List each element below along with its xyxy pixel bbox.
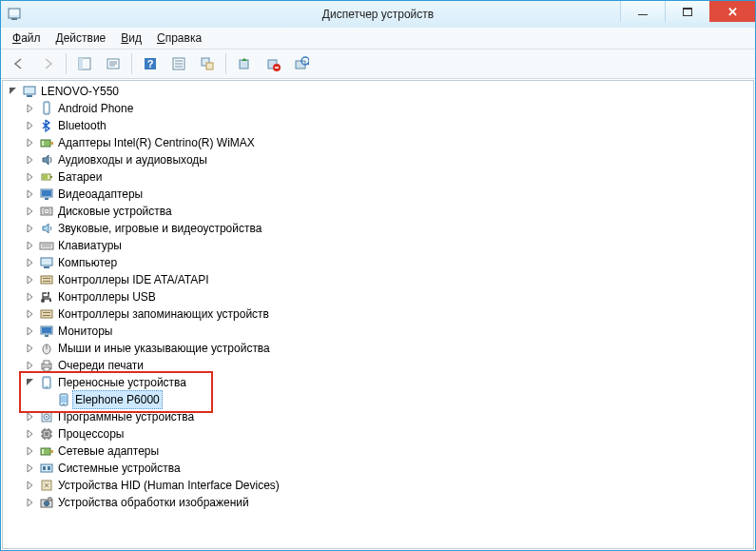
- display-icon: [39, 187, 54, 202]
- toolbar-scan-button[interactable]: [289, 51, 314, 76]
- toolbar-help-button[interactable]: ?: [138, 51, 163, 76]
- expand-icon[interactable]: [24, 496, 37, 509]
- computer-icon: [39, 255, 54, 270]
- phone-icon: [39, 101, 54, 116]
- expand-icon[interactable]: [24, 205, 37, 218]
- expand-icon[interactable]: [24, 239, 37, 252]
- svg-rect-32: [50, 176, 52, 178]
- collapse-icon[interactable]: [7, 85, 20, 98]
- tree-node-cat-10[interactable]: Контроллеры IDE ATA/ATAPI: [3, 271, 753, 288]
- expand-icon[interactable]: [24, 153, 37, 167]
- tree-node-cat-7[interactable]: Звуковые, игровые и видеоустройства: [3, 220, 753, 237]
- expand-icon[interactable]: [24, 342, 37, 355]
- tree-node-cat-12[interactable]: Контроллеры запоминающих устройств: [3, 305, 753, 323]
- toolbar-forward-button[interactable]: [35, 51, 60, 76]
- tree-node-cat-9[interactable]: Компьютер: [3, 254, 753, 271]
- tree-node-dev-16-0[interactable]: Elephone P6000: [3, 391, 753, 408]
- expand-icon[interactable]: [24, 187, 37, 201]
- tree-node-cat-15[interactable]: Очереди печати: [3, 357, 753, 374]
- toolbar-uninstall-button[interactable]: [261, 51, 285, 76]
- toolbar-list-button[interactable]: [166, 51, 191, 76]
- toolbar-show-hide-button[interactable]: [72, 51, 97, 76]
- toolbar-properties-button[interactable]: [101, 51, 126, 76]
- expand-icon[interactable]: [24, 290, 37, 304]
- tree-node-label: LENOVO-Y550: [41, 83, 119, 100]
- toolbar-config-button[interactable]: [195, 51, 220, 76]
- tree-node-cat-22[interactable]: Устройства обработки изображений: [3, 494, 753, 511]
- svg-rect-33: [43, 175, 48, 179]
- tree-node-cat-11[interactable]: Контроллеры USB: [3, 288, 753, 305]
- tree-node-cat-19[interactable]: Сетевые адаптеры: [3, 443, 753, 460]
- device-tree[interactable]: LENOVO-Y550Android PhoneBluetoothАдаптер…: [2, 80, 754, 549]
- expand-icon[interactable]: [24, 359, 37, 372]
- tree-node-cat-21[interactable]: Устройства HID (Human Interface Devices): [3, 477, 753, 494]
- titlebar[interactable]: Диспетчер устройств ✕: [1, 1, 755, 28]
- tree-node-cat-13[interactable]: Мониторы: [3, 323, 753, 340]
- toolbar: ?: [1, 49, 755, 79]
- menu-view[interactable]: Вид: [113, 30, 149, 47]
- window-title: Диспетчер устройств: [322, 8, 434, 21]
- svg-rect-46: [43, 278, 50, 279]
- toolbar-update-driver-button[interactable]: [232, 51, 257, 76]
- tree-node-root[interactable]: LENOVO-Y550: [3, 83, 753, 100]
- tree-node-label: Видеоадаптеры: [58, 186, 143, 203]
- expand-icon[interactable]: [24, 273, 37, 286]
- collapse-icon[interactable]: [24, 376, 37, 389]
- tree-node-cat-8[interactable]: Клавиатуры: [3, 237, 753, 254]
- expand-icon[interactable]: [24, 427, 37, 441]
- menubar: Файл Действие Вид Справка: [1, 28, 755, 49]
- tree-node-cat-5[interactable]: Видеоадаптеры: [3, 186, 753, 203]
- expand-icon[interactable]: [24, 307, 37, 321]
- expand-icon[interactable]: [24, 170, 37, 184]
- svg-rect-17: [240, 60, 248, 69]
- tree-node-label: Процессоры: [58, 425, 125, 443]
- tree-node-cat-3[interactable]: Аудиовходы и аудиовыходы: [3, 151, 753, 168]
- expand-icon[interactable]: [24, 256, 37, 269]
- maximize-button[interactable]: [665, 1, 709, 22]
- tree-node-cat-2[interactable]: Адаптеры Intel(R) Centrino(R) WiMAX: [3, 134, 753, 151]
- window: Диспетчер устройств ✕ Файл Действие Вид …: [0, 0, 756, 551]
- expand-icon[interactable]: [24, 479, 37, 492]
- expand-icon[interactable]: [24, 102, 37, 115]
- tree-node-label: Elephone P6000: [72, 390, 163, 409]
- menu-file[interactable]: Файл: [5, 30, 48, 47]
- tree-node-label: Устройства обработки изображений: [58, 494, 249, 511]
- minimize-button[interactable]: [620, 1, 665, 22]
- tree-node-cat-17[interactable]: Программные устройства: [3, 408, 753, 425]
- window-controls: ✕: [620, 1, 755, 22]
- svg-rect-52: [43, 312, 50, 313]
- toolbar-back-button[interactable]: [7, 51, 31, 76]
- expand-icon[interactable]: [24, 222, 37, 235]
- svg-rect-4: [79, 58, 83, 69]
- svg-rect-60: [44, 361, 49, 364]
- expand-icon[interactable]: [24, 462, 37, 475]
- close-button[interactable]: ✕: [709, 1, 755, 22]
- svg-point-39: [46, 210, 48, 212]
- expand-icon[interactable]: [24, 119, 37, 132]
- expand-icon[interactable]: [24, 325, 37, 338]
- tree-node-cat-18[interactable]: Процессоры: [3, 425, 753, 443]
- expand-icon[interactable]: [24, 136, 37, 149]
- expand-icon[interactable]: [24, 444, 37, 458]
- tree-node-label: Переносные устройства: [58, 374, 186, 391]
- tree-node-cat-6[interactable]: Дисковые устройства: [3, 203, 753, 220]
- toolbar-separator: [225, 53, 226, 74]
- tree-node-cat-16[interactable]: Переносные устройства: [3, 374, 753, 391]
- expander-placeholder: [41, 393, 54, 406]
- netcard-icon: [39, 443, 54, 459]
- tree-node-cat-1[interactable]: Bluetooth: [3, 117, 753, 134]
- expand-icon[interactable]: [24, 410, 37, 423]
- tree-node-cat-0[interactable]: Android Phone: [3, 100, 753, 117]
- svg-rect-45: [41, 276, 52, 284]
- menu-action[interactable]: Действие: [48, 30, 114, 47]
- tree-node-cat-4[interactable]: Батареи: [3, 168, 753, 186]
- toolbar-separator: [66, 53, 67, 74]
- menu-help[interactable]: Справка: [149, 30, 209, 47]
- svg-point-67: [63, 403, 65, 405]
- storage-icon: [39, 306, 54, 322]
- tree-node-cat-20[interactable]: Системные устройства: [3, 460, 753, 477]
- svg-rect-47: [43, 281, 50, 282]
- tree-node-cat-14[interactable]: Мыши и иные указывающие устройства: [3, 340, 753, 357]
- svg-rect-85: [43, 466, 46, 470]
- svg-rect-51: [41, 310, 52, 318]
